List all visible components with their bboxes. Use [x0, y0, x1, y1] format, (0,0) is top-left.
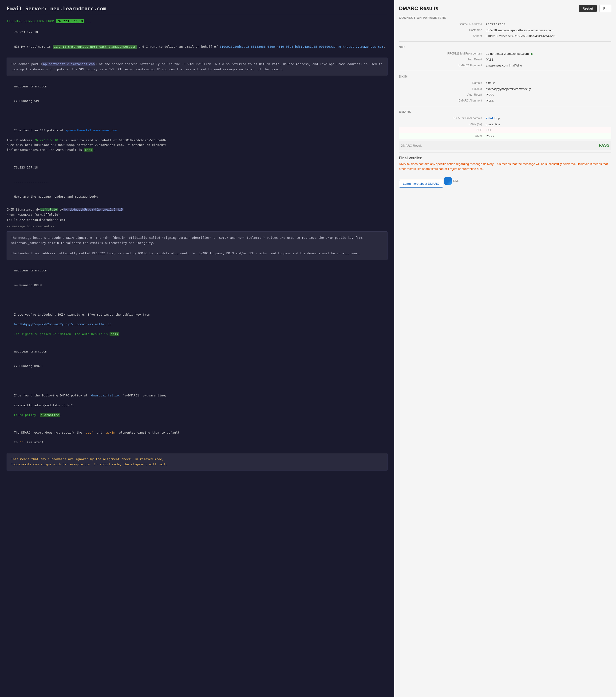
header-buttons: Restart Pri [578, 5, 611, 12]
message-headers: DKIM-Signature: d=aiffel.io s=hxntb4qqyy… [6, 207, 387, 223]
spf-heading: SPF [399, 45, 611, 49]
dkim-auth-row: Auth Result PASS [399, 92, 611, 98]
divider-spf [399, 41, 611, 42]
rfc5322-label: RFC5322.From domain [399, 115, 484, 121]
rfc5322-row: RFC5322.From domain aiffel.io [399, 115, 611, 121]
dkim-domain-row: Domain aiffel.io [399, 80, 611, 86]
policy-row: Policy (p=) quarantine [399, 121, 611, 127]
left-panel: Email Server: neo.learndmarc.com INCOMIN… [0, 0, 394, 697]
rfc5321-label: RFC5321.MailFrom domain [399, 51, 484, 57]
connection-params-heading: Connection parameters [399, 16, 611, 19]
verdict-text: DMARC does not take any specific action … [399, 162, 611, 172]
right-header: DMARC Results Restart Pri [399, 5, 611, 12]
message-body-removed: -- message body removed -- [6, 224, 387, 228]
dmarc-logo-icon [444, 177, 452, 185]
restart-button[interactable]: Restart [578, 5, 597, 12]
source-ip-row: Source IP address 76.223.177.18 [399, 21, 611, 27]
info-box-spf-domain: The domain part (ap-northeast-2.amazonse… [6, 58, 387, 76]
dkim-dmarc-row: DMARC Alignment PASS [399, 98, 611, 104]
source-ip-label: Source IP address [399, 21, 484, 27]
final-verdict-label: Final verdict: [399, 156, 611, 160]
incoming-connection-line: INCOMING CONNECTION FROM 76.223.177.18 .… [6, 19, 387, 23]
dkim-auth-value: PASS [484, 92, 611, 98]
dkim-table: Domain aiffel.io Selector hxntb4qqyyh5sp… [399, 80, 611, 104]
divider-dkim [399, 71, 611, 71]
dmarc-align-value: amazonses.com != aiffel.io [484, 62, 611, 69]
rfc5321-value: ap-northeast-2.amazonses.com [484, 51, 611, 57]
dkim-dmarc-value: PASS [484, 98, 611, 104]
server-spf-block: neo.learndmarc.com >> Running SPF ------… [6, 79, 387, 158]
dmarc-result-label: DMARC Result [401, 144, 422, 147]
dkim-result-label: DKIM [399, 133, 484, 139]
dmarc-logo: DM... [444, 177, 460, 185]
dkim-selector-value: hxntb4qqyyh5spvmkk2ohvmex2y [484, 86, 611, 92]
dmarc-aspf-block: The DMARC record does not specify the 'a… [6, 425, 387, 450]
server-dkim-block: neo.learndmarc.com >> Running DKIM -----… [6, 264, 387, 342]
dmarc-results-title: DMARC Results [399, 5, 438, 12]
rfc5322-value: aiffel.io [484, 115, 611, 121]
spf-result-label: SPF [399, 127, 484, 133]
spf-table: RFC5321.MailFrom domain ap-northeast-2.a… [399, 51, 611, 69]
info-box-dkim: The message headers include a DKIM signa… [6, 231, 387, 260]
dkim-dmarc-label: DMARC Alignment [399, 98, 484, 104]
connection-params-table: Source IP address 76.223.177.18 Hostname… [399, 21, 611, 39]
spf-result-value: FAIL [484, 127, 611, 133]
ip-display: 76.223.177.18 Hi! My (host)name is c177-… [6, 25, 387, 54]
dmarc-result-value: PASS [599, 143, 610, 148]
divider-verdict [399, 152, 611, 153]
dkim-key-link: hxntb4qqyyh5spvmkk2ohvmex2y5hjx5._domain… [14, 323, 112, 326]
relaxed-info-box: This means that any subdomains are ignor… [6, 453, 387, 471]
sender-value: 010c018920dcbde3-5f153e68-68ee-4349-bfe4… [484, 33, 611, 39]
dkim-heading: DKIM [399, 75, 611, 78]
domain-highlight: ap-northeast-2.amazonses.com [42, 62, 95, 66]
rfc5321-row: RFC5321.MailFrom domain ap-northeast-2.a… [399, 51, 611, 57]
dkim-selector-row: Selector hxntb4qqyyh5spvmkk2ohvmex2y [399, 86, 611, 92]
dmarc-result-big: DMARC Result PASS [399, 141, 611, 150]
dmarc-table: RFC5322.From domain aiffel.io Policy (p=… [399, 115, 611, 139]
auth-result-row: Auth Result PASS [399, 57, 611, 62]
incoming-ip: 76.223.177.18 [56, 19, 84, 23]
sender-label: Sender [399, 33, 484, 39]
spf-result-row: SPF FAIL [399, 127, 611, 133]
spf-domain-dot [531, 53, 532, 55]
ip-display2: 76.223.177.18 ------------------- Here a… [6, 160, 387, 204]
auth-result-label: Auth Result [399, 57, 484, 62]
policy-value: quarantine [484, 121, 611, 127]
auth-result-value: PASS [484, 57, 611, 62]
policy-label: Policy (p=) [399, 121, 484, 127]
divider-top [6, 15, 387, 15]
dkim-result-row: DKIM PASS [399, 133, 611, 139]
hostname-label: Hostname [399, 27, 484, 33]
dkim-result-value: PASS [484, 133, 611, 139]
dmarc-logo-text: DM... [453, 179, 460, 182]
dkim-selector-label: Selector [399, 86, 484, 92]
learn-more-button[interactable]: Learn more about DMARC [399, 180, 443, 188]
dmarc-align-label: DMARC Alignment [399, 62, 484, 69]
sender-row: Sender 010c018920dcbde3-5f153e68-68ee-43… [399, 33, 611, 39]
dkim-auth-label: Auth Result [399, 92, 484, 98]
dkim-domain-value: aiffel.io [484, 80, 611, 86]
pri-button[interactable]: Pri [599, 5, 611, 12]
page-title: Email Server: neo.learndmarc.com [6, 6, 387, 12]
rfc5322-dot [498, 118, 500, 120]
source-ip-value: 76.223.177.18 [484, 21, 611, 27]
dkim-domain-label: Domain [399, 80, 484, 86]
incoming-dots: ... [86, 19, 92, 23]
hostname-value: c177-18.smtp-out.ap-northeast-2.amazonse… [484, 27, 611, 33]
server-dmarc-block: neo.learndmarc.com >> Running DMARC ----… [6, 344, 387, 422]
incoming-label: INCOMING CONNECTION FROM [6, 19, 54, 23]
hostname-row: Hostname c177-18.smtp-out.ap-northeast-2… [399, 27, 611, 33]
right-panel: DMARC Results Restart Pri Connection par… [394, 0, 616, 697]
dmarc-section-heading: DMARC [399, 110, 611, 114]
dmarc-align-row: DMARC Alignment amazonses.com != aiffel.… [399, 62, 611, 69]
